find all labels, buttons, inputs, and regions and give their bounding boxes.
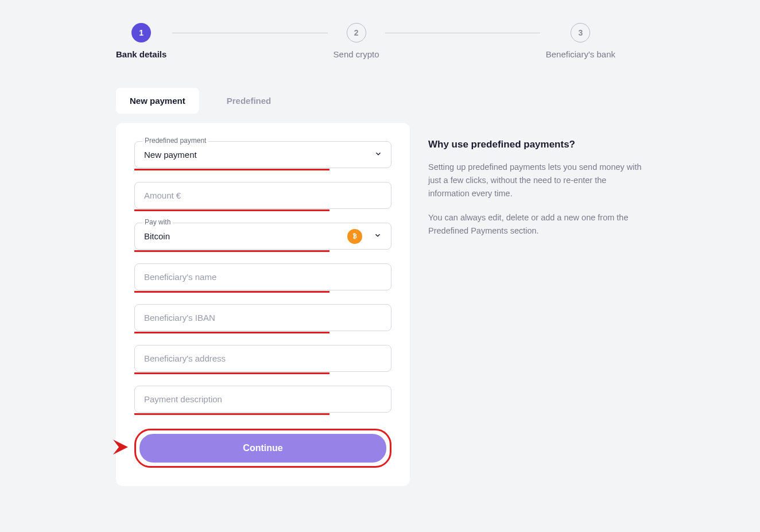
tab-predefined[interactable]: Predefined: [213, 88, 285, 114]
annotation-underline: [134, 332, 329, 333]
continue-button-highlight: Continue: [134, 429, 391, 468]
arrow-right-icon: [112, 438, 130, 458]
info-paragraph: Setting up predefined payments lets you …: [428, 161, 644, 201]
predefined-payment-select[interactable]: New payment: [134, 141, 391, 168]
step-label: Beneficiary's bank: [546, 49, 615, 59]
beneficiary-name-group: [134, 263, 391, 290]
beneficiary-address-input[interactable]: [134, 345, 391, 372]
step-send-crypto: 2 Send crypto: [334, 23, 379, 59]
chevron-down-icon: [369, 231, 391, 242]
progress-stepper: 1 Bank details 2 Send crypto 3 Beneficia…: [116, 23, 644, 59]
step-connector: [385, 33, 540, 33]
annotation-underline: [134, 291, 329, 293]
step-label: Send crypto: [334, 49, 379, 59]
step-bank-details: 1 Bank details: [116, 23, 166, 59]
predefined-payment-label: Predefined payment: [142, 137, 208, 145]
step-number: 3: [571, 23, 590, 42]
payment-form: Predefined payment New payment Pay with: [116, 123, 410, 486]
step-beneficiary-bank: 3 Beneficiary's bank: [546, 23, 615, 59]
amount-input[interactable]: [134, 182, 391, 209]
step-number: 1: [131, 23, 151, 42]
info-title: Why use predefined payments?: [428, 139, 644, 150]
beneficiary-iban-input[interactable]: [134, 304, 391, 331]
amount-group: [134, 182, 391, 209]
pay-with-value: Bitcoin: [135, 223, 347, 249]
step-number: 2: [347, 23, 366, 42]
annotation-underline: [134, 209, 329, 211]
pay-with-group: Pay with Bitcoin: [134, 223, 391, 250]
pay-with-label: Pay with: [142, 218, 173, 226]
annotation-underline: [134, 250, 329, 252]
info-paragraph: You can always edit, delete or add a new…: [428, 211, 644, 238]
pay-with-select[interactable]: Bitcoin: [134, 223, 391, 250]
beneficiary-iban-group: [134, 304, 391, 331]
payment-description-group: [134, 386, 391, 413]
annotation-underline: [134, 372, 329, 374]
annotation-underline: [134, 413, 329, 415]
continue-button[interactable]: Continue: [139, 434, 386, 463]
predefined-payment-group: Predefined payment New payment: [134, 141, 391, 168]
step-connector: [172, 33, 327, 33]
step-label: Bank details: [116, 49, 166, 59]
payment-tabs: New payment Predefined: [116, 88, 644, 114]
beneficiary-address-group: [134, 345, 391, 372]
payment-description-input[interactable]: [134, 386, 391, 413]
tab-new-payment[interactable]: New payment: [116, 88, 199, 114]
info-panel: Why use predefined payments? Setting up …: [428, 123, 644, 248]
bitcoin-icon: [347, 229, 362, 244]
beneficiary-name-input[interactable]: [134, 263, 391, 290]
annotation-underline: [134, 169, 329, 170]
